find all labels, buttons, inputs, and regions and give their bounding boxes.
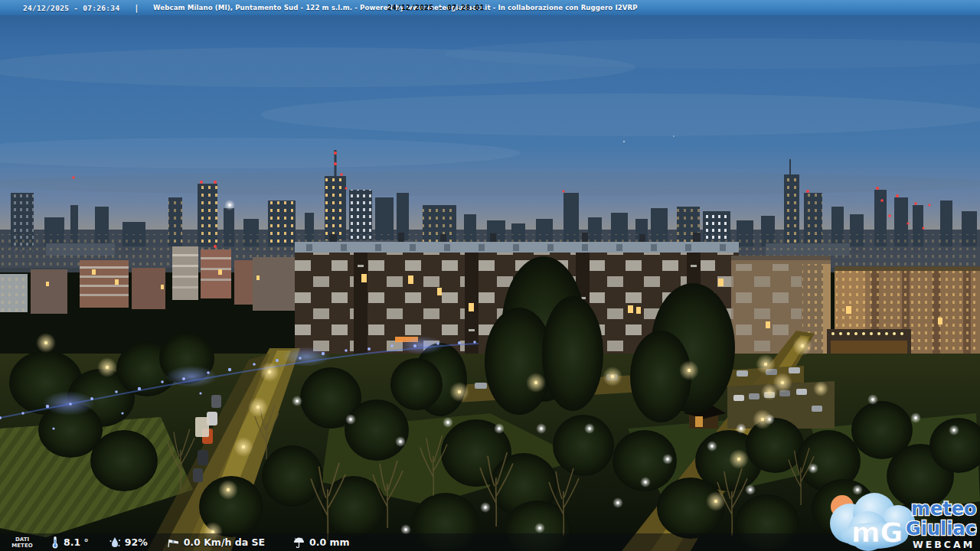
header-timestamp-overlay: 24/12/2025 - 07:28:01 [387,3,484,11]
webcam-frame: 24/12/2025 - 07:26:34 | Webcam Milano (M… [0,0,980,551]
rain-gauge-icon [292,536,305,548]
thermometer-icon [51,536,60,549]
cloud-logo-icon: mG [830,493,915,551]
cityscape-photo [0,0,980,551]
humidity-icon [109,536,121,548]
brand-word-meteo: meteo [911,498,977,520]
temperature-reading: 8.1 ° [51,536,89,549]
precipitation-reading: 0.0 mm [292,536,350,548]
meteo-giuliacci-watermark: mG meteo Giuliacci WEBCAM [819,487,977,551]
wind-reading: 0.0 Km/h da SE [166,536,265,548]
weather-data-label: DATI METEO [5,536,40,549]
header-timestamp: 24/12/2025 - 07:26:34 [23,4,119,12]
header-divider: | [135,4,138,12]
brand-caption-webcam: WEBCAM [913,539,975,550]
humidity-reading: 92% [109,536,148,548]
windsock-icon [166,536,180,548]
header-bar: 24/12/2025 - 07:26:34 | Webcam Milano (M… [0,0,980,15]
logo-initials: mG [851,517,903,548]
brand-word-giuliacci: Giuliacci [906,518,977,540]
